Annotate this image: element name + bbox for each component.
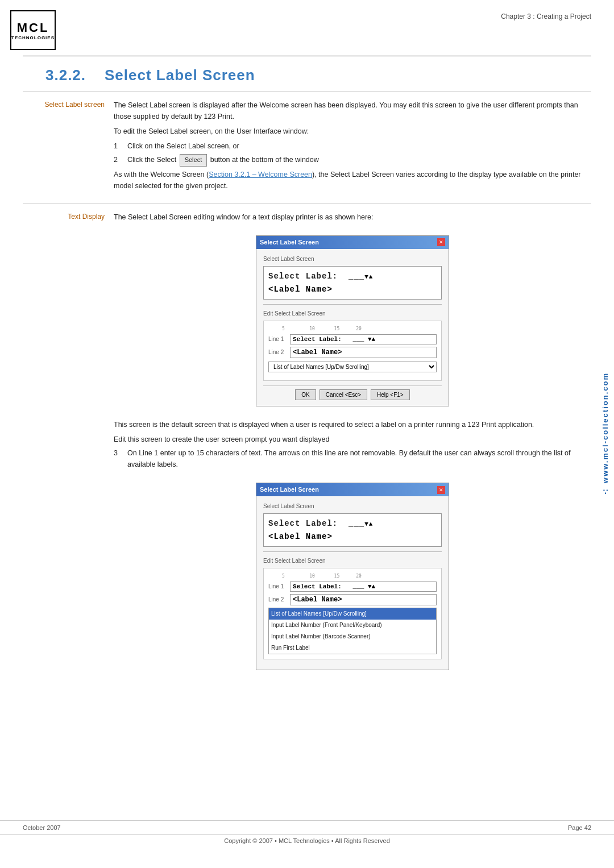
- window2-container: Select Label Screen ✕ Select Label Scree…: [114, 476, 591, 677]
- dropdown-option-3[interactable]: Input Label Number (Barcode Scanner): [269, 631, 436, 642]
- footer-area: October 2007 Page 42 Copyright © 2007 • …: [0, 820, 614, 845]
- window2-dropdown-list: List of Label Names [Up/Dw Scrolling] In…: [268, 608, 437, 654]
- window2-preview-line2: <Label Name>: [268, 530, 437, 543]
- window2-body: Select Label Screen Select Label: ___▼▲ …: [256, 496, 449, 670]
- logo-subtext: TECHNOLOGIES: [11, 35, 55, 40]
- list-text-3: On Line 1 enter up to 15 characters of t…: [127, 447, 591, 470]
- window1-ruler: 5 10 15 20: [268, 326, 437, 333]
- row-label-text-display: Text Display: [23, 211, 114, 683]
- list-item-2: 2 Click the Select Select button at the …: [114, 154, 591, 167]
- window2-title: Select Label Screen: [260, 485, 319, 495]
- content-area: Select Label screen The Select Label scr…: [0, 91, 614, 691]
- window2-preview-label: Select Label Screen: [263, 502, 442, 511]
- window2-preview-box: Select Label: ___▼▲ <Label Name>: [263, 513, 442, 547]
- window1-container: Select Label Screen ✕ Select Label Scree…: [114, 229, 591, 413]
- window1-dropdown[interactable]: List of Label Names [Up/Dw Scrolling]: [268, 362, 437, 372]
- window2-line1-row: Line 1: [268, 582, 437, 592]
- window1-divider1: [263, 304, 442, 305]
- window1-ok-button[interactable]: OK: [295, 389, 316, 400]
- num-2: 2: [114, 154, 123, 167]
- footer-copyright: Copyright © 2007 • MCL Technologies • Al…: [0, 834, 614, 845]
- dropdown-option-4[interactable]: Run First Label: [269, 642, 436, 654]
- window1-cancel-button[interactable]: Cancel <Esc>: [320, 389, 367, 400]
- window2-line2-label: Line 2: [268, 595, 290, 604]
- window2-line2-input[interactable]: [290, 594, 437, 605]
- window2-titlebar: Select Label Screen ✕: [256, 483, 449, 497]
- list-text-1: Click on the Select Label screen, or: [127, 140, 239, 152]
- para-1: The Select Label screen is displayed aft…: [114, 99, 591, 122]
- welcome-screen-link[interactable]: Section 3.2.1 – Welcome Screen: [209, 171, 312, 178]
- window2-line2-row: Line 2: [268, 594, 437, 605]
- row-body-select: The Select Label screen is displayed aft…: [114, 99, 591, 195]
- window2-divider1: [263, 551, 442, 552]
- window1-title: Select Label Screen: [260, 238, 319, 248]
- window1-line2-input[interactable]: [290, 347, 437, 358]
- window1-buttons: OK Cancel <Esc> Help <F1>: [263, 385, 442, 400]
- window2-preview-line1: Select Label: ___▼▲: [268, 517, 437, 530]
- select-btn-inline: Select: [180, 154, 208, 167]
- footer-page: Page 42: [568, 824, 591, 831]
- side-decoration: ∴ www.mcl-collection.com: [596, 0, 614, 868]
- window1-preview-line2: <Label Name>: [268, 283, 437, 296]
- list-text-2: Click the Select Select button at the bo…: [127, 154, 319, 167]
- section-name: Select Label Screen: [105, 67, 255, 84]
- window2-ruler: 5 10 15 20: [268, 573, 437, 580]
- dropdown-option-2[interactable]: Input Label Number (Front Panel/Keyboard…: [269, 620, 436, 631]
- window2-line1-label: Line 1: [268, 582, 290, 591]
- window1-line2-label: Line 2: [268, 348, 290, 357]
- row-label-select: Select Label screen: [23, 99, 114, 195]
- window1-line1-input[interactable]: [290, 334, 437, 344]
- window1-preview-line1: Select Label: ___▼▲: [268, 270, 437, 283]
- footer-row: October 2007 Page 42: [0, 820, 614, 834]
- page-header: MCL TECHNOLOGIES Chapter 3 : Creating a …: [0, 0, 614, 56]
- window1-edit-area: 5 10 15 20 Line 1 Line 2: [263, 321, 442, 381]
- window1-edit-label: Edit Select Label Screen: [263, 309, 442, 318]
- window1-body: Select Label Screen Select Label: ___▼▲ …: [256, 249, 449, 406]
- num-3: 3: [114, 447, 123, 470]
- chapter-title: Chapter 3 : Creating a Project: [501, 10, 591, 20]
- window1-line1-row: Line 1: [268, 334, 437, 344]
- after-window1-para2: Edit this screen to create the user scre…: [114, 434, 591, 445]
- doc-row-text-display: Text Display The Select Label Screen edi…: [23, 203, 591, 691]
- section-number: 3.2.2.: [45, 67, 86, 84]
- section-title-area: 3.2.2. Select Label Screen: [23, 56, 591, 91]
- row-body-text-display: The Select Label Screen editing window f…: [114, 211, 591, 683]
- para-2: To edit the Select Label screen, on the …: [114, 126, 591, 137]
- logo-text: MCL: [17, 20, 49, 35]
- window2-line1-input[interactable]: [290, 582, 437, 592]
- list-item-3: 3 On Line 1 enter up to 15 characters of…: [114, 447, 591, 470]
- list-item-1: 1 Click on the Select Label screen, or: [114, 140, 591, 152]
- window1-line2-row: Line 2: [268, 347, 437, 358]
- side-text: ∴ www.mcl-collection.com: [601, 372, 609, 496]
- window2-edit-area: 5 10 15 20 Line 1 Line 2: [263, 568, 442, 659]
- window2-close-button[interactable]: ✕: [437, 486, 445, 494]
- num-1: 1: [114, 140, 123, 152]
- window1-close-button[interactable]: ✕: [437, 238, 445, 246]
- window1-preview-box: Select Label: ___▼▲ <Label Name>: [263, 266, 442, 300]
- window1-line1-label: Line 1: [268, 335, 290, 344]
- para-3: As with the Welcome Screen (Section 3.2.…: [114, 169, 591, 192]
- window1-dropdown-row: List of Label Names [Up/Dw Scrolling]: [268, 362, 437, 372]
- section-heading: 3.2.2. Select Label Screen: [45, 62, 569, 91]
- after-window1-para1: This screen is the default screen that i…: [114, 419, 591, 430]
- text-display-intro: The Select Label Screen editing window f…: [114, 211, 591, 223]
- dropdown-option-1[interactable]: List of Label Names [Up/Dw Scrolling]: [269, 608, 436, 620]
- window1-preview-label: Select Label Screen: [263, 255, 442, 264]
- footer-date: October 2007: [23, 824, 61, 831]
- logo: MCL TECHNOLOGIES: [10, 10, 56, 50]
- window2: Select Label Screen ✕ Select Label Scree…: [256, 483, 449, 670]
- window2-edit-label: Edit Select Label Screen: [263, 556, 442, 566]
- window1-help-button[interactable]: Help <F1>: [371, 389, 410, 400]
- window1: Select Label Screen ✕ Select Label Scree…: [256, 235, 449, 406]
- window1-titlebar: Select Label Screen ✕: [256, 236, 449, 250]
- doc-row-select-label: Select Label screen The Select Label scr…: [23, 91, 591, 203]
